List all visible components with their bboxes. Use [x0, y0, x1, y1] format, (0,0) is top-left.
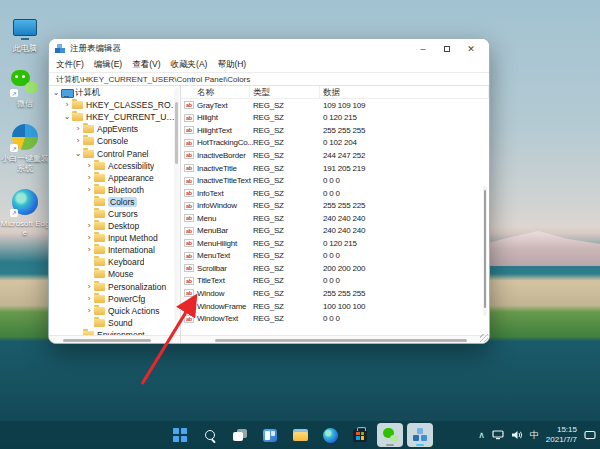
- value-data: 200 200 200: [323, 264, 489, 273]
- value-row-hilight[interactable]: abHilightREG_SZ0 120 215: [181, 112, 489, 125]
- column-header-type[interactable]: 类型: [250, 86, 320, 98]
- tree-item-label: Cursors: [108, 209, 138, 219]
- tree-item-control-panel[interactable]: ⌄Control Panel: [49, 147, 180, 159]
- value-row-windowframe[interactable]: abWindowFrameREG_SZ100 100 100: [181, 300, 489, 313]
- search-button[interactable]: [197, 423, 223, 447]
- string-value-icon: ab: [184, 264, 194, 272]
- tree-item-powercfg[interactable]: ›PowerCfg: [49, 293, 180, 305]
- menu-help[interactable]: 帮助(H): [217, 59, 246, 71]
- list-horizontal-scrollbar[interactable]: [181, 335, 489, 343]
- menu-view[interactable]: 查看(V): [132, 59, 160, 71]
- value-data: 0 120 215: [323, 239, 489, 248]
- close-button[interactable]: ✕: [459, 40, 483, 57]
- value-row-scrollbar[interactable]: abScrollbarREG_SZ200 200 200: [181, 262, 489, 275]
- expand-icon[interactable]: ›: [74, 137, 82, 145]
- value-row-titletext[interactable]: abTitleTextREG_SZ0 0 0: [181, 275, 489, 288]
- task-view-button[interactable]: [227, 423, 253, 447]
- collapse-icon[interactable]: ⌄: [52, 89, 60, 97]
- tray-overflow-chevron[interactable]: ∧: [478, 431, 485, 440]
- column-header-data[interactable]: 数据: [320, 86, 489, 98]
- address-bar[interactable]: 计算机\HKEY_CURRENT_USER\Control Panel\Colo…: [49, 72, 489, 86]
- tree-item-计算机[interactable]: ⌄计算机: [49, 87, 180, 99]
- expand-icon[interactable]: ›: [85, 283, 93, 291]
- tree-item-appevents[interactable]: ›AppEvents: [49, 123, 180, 135]
- maximize-button[interactable]: [435, 40, 459, 57]
- tree-item-bluetooth[interactable]: ›Bluetooth: [49, 184, 180, 196]
- title-bar[interactable]: 注册表编辑器 – ✕: [49, 39, 489, 58]
- tree-item-label: Appearance: [108, 173, 154, 183]
- desktop-icon-xiaobai[interactable]: ↗ 小白一键重装系统: [0, 122, 50, 172]
- minimize-button[interactable]: –: [411, 40, 435, 57]
- expand-icon[interactable]: ›: [85, 186, 93, 194]
- value-row-inactiveborder[interactable]: abInactiveBorderREG_SZ244 247 252: [181, 149, 489, 162]
- value-row-inactivetitle[interactable]: abInactiveTitleREG_SZ191 205 219: [181, 162, 489, 175]
- regedit-taskbar-button[interactable]: [407, 423, 433, 447]
- value-name: MenuBar: [197, 226, 253, 235]
- tree-vertical-scrollbar[interactable]: [174, 88, 179, 324]
- network-icon[interactable]: [492, 430, 504, 440]
- tree-item-hkey_current_user[interactable]: ⌄HKEY_CURRENT_USER: [49, 111, 180, 123]
- collapse-icon[interactable]: ⌄: [63, 113, 71, 121]
- tree-item-cursors[interactable]: Cursors: [49, 208, 180, 220]
- value-row-menubar[interactable]: abMenuBarREG_SZ240 240 240: [181, 224, 489, 237]
- volume-icon[interactable]: [511, 430, 523, 440]
- tree-item-console[interactable]: ›Console: [49, 135, 180, 147]
- expand-icon[interactable]: ›: [85, 307, 93, 315]
- expand-icon[interactable]: ›: [85, 295, 93, 303]
- collapse-icon[interactable]: ⌄: [74, 150, 82, 158]
- wechat-icon: [383, 428, 398, 442]
- tree-item-hkey_classes_root[interactable]: ›HKEY_CLASSES_ROOT: [49, 99, 180, 111]
- desktop-icon-wechat[interactable]: ↗ 微信: [0, 67, 50, 108]
- tree-item-sound[interactable]: Sound: [49, 317, 180, 329]
- value-row-menutext[interactable]: abMenuTextREG_SZ0 0 0: [181, 250, 489, 263]
- tree-item-keyboard[interactable]: Keyboard: [49, 256, 180, 268]
- value-row-graytext[interactable]: abGrayTextREG_SZ109 109 109: [181, 99, 489, 112]
- expand-icon[interactable]: ›: [85, 222, 93, 230]
- column-header-name[interactable]: 名称: [181, 86, 250, 98]
- file-explorer-button[interactable]: [287, 423, 313, 447]
- resize-grip[interactable]: [480, 334, 488, 342]
- menu-file[interactable]: 文件(F): [56, 59, 84, 71]
- expand-icon[interactable]: ›: [85, 246, 93, 254]
- notification-center-icon[interactable]: [584, 430, 596, 441]
- tree-item-accessibility[interactable]: ›Accessibility: [49, 160, 180, 172]
- tree-item-international[interactable]: ›International: [49, 244, 180, 256]
- tree-item-desktop[interactable]: ›Desktop: [49, 220, 180, 232]
- value-type: REG_SZ: [253, 239, 323, 248]
- tree-item-colors[interactable]: Colors: [49, 196, 180, 208]
- expand-icon[interactable]: ›: [63, 101, 71, 109]
- string-value-icon: ab: [184, 114, 194, 122]
- value-row-infowindow[interactable]: abInfoWindowREG_SZ255 255 225: [181, 199, 489, 212]
- menu-edit[interactable]: 编辑(E): [94, 59, 122, 71]
- list-vertical-scrollbar[interactable]: [483, 186, 487, 316]
- value-row-window[interactable]: abWindowREG_SZ255 255 255: [181, 287, 489, 300]
- input-method-indicator[interactable]: 中: [530, 429, 539, 442]
- tree-item-appearance[interactable]: ›Appearance: [49, 172, 180, 184]
- value-row-inactivetitletext[interactable]: abInactiveTitleTextREG_SZ0 0 0: [181, 174, 489, 187]
- menu-favorites[interactable]: 收藏夹(A): [171, 59, 208, 71]
- tree-horizontal-scrollbar[interactable]: [49, 335, 180, 343]
- expand-icon[interactable]: ›: [85, 234, 93, 242]
- widgets-button[interactable]: [257, 423, 283, 447]
- start-button[interactable]: [167, 423, 193, 447]
- store-button[interactable]: [347, 423, 373, 447]
- expand-icon[interactable]: ›: [74, 125, 82, 133]
- expand-icon[interactable]: ›: [85, 174, 93, 182]
- value-row-windowtext[interactable]: abWindowTextREG_SZ0 0 0: [181, 312, 489, 325]
- desktop-icon-this-pc[interactable]: 此电脑: [0, 12, 50, 53]
- tree-item-input-method[interactable]: ›Input Method: [49, 232, 180, 244]
- value-row-hilighttext[interactable]: abHilightTextREG_SZ255 255 255: [181, 124, 489, 137]
- value-row-menu[interactable]: abMenuREG_SZ240 240 240: [181, 212, 489, 225]
- desktop-icon-edge[interactable]: ↗ Microsoft Edge: [0, 187, 50, 237]
- value-row-infotext[interactable]: abInfoTextREG_SZ0 0 0: [181, 187, 489, 200]
- tree-item-personalization[interactable]: ›Personalization: [49, 281, 180, 293]
- clock[interactable]: 15:15 2021/7/7: [546, 425, 577, 444]
- value-type: REG_SZ: [253, 226, 323, 235]
- expand-icon[interactable]: ›: [85, 162, 93, 170]
- edge-button[interactable]: [317, 423, 343, 447]
- tree-item-quick-actions[interactable]: ›Quick Actions: [49, 305, 180, 317]
- value-row-hottrackingco-[interactable]: abHotTrackingCo...REG_SZ0 102 204: [181, 137, 489, 150]
- wechat-taskbar-button[interactable]: [377, 423, 403, 447]
- tree-item-mouse[interactable]: Mouse: [49, 268, 180, 280]
- value-row-menuhilight[interactable]: abMenuHilightREG_SZ0 120 215: [181, 237, 489, 250]
